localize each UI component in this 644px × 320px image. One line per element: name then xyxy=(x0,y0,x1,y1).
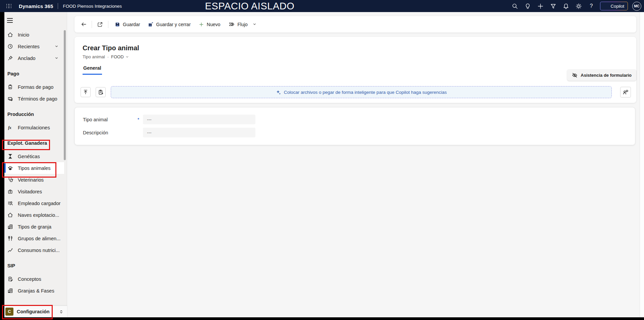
site-map-sidebar: Inicio Recientes Anclado Pago Formas de … xyxy=(4,12,67,317)
sidebar-item-consumos-nutricionales[interactable]: Consumos nutrici... xyxy=(4,244,64,256)
filter-icon[interactable] xyxy=(547,0,559,12)
upload-file-button[interactable] xyxy=(81,87,91,97)
sidebar-item-veterinarios[interactable]: Veterinarios xyxy=(4,174,64,186)
main-content-area: Guardar Guardar y cerrar Nuevo Flujo Cre… xyxy=(67,12,640,317)
copilot-dropzone[interactable]: Colocar archivos o pegar de forma inteli… xyxy=(111,86,612,98)
copilot-button-label: Copilot xyxy=(611,4,624,9)
area-badge: C xyxy=(5,308,13,316)
document-edit-icon xyxy=(7,276,13,282)
sidebar-item-anclado[interactable]: Anclado xyxy=(4,52,64,64)
sidebar-scrollbar-thumb[interactable] xyxy=(64,30,66,160)
area-switcher-configuracion[interactable]: C Configuración xyxy=(4,306,67,317)
sidebar-item-granjas-fases[interactable]: Granjas & Fases xyxy=(4,285,64,297)
section-header-pago: Pago xyxy=(4,69,64,78)
general-section-card: Tipo animal * --- Descripción --- xyxy=(75,107,635,145)
copilot-dropzone-message: Colocar archivos o pegar de forma inteli… xyxy=(284,90,447,95)
tab-general[interactable]: General xyxy=(83,65,102,75)
breadcrumb-dot: · xyxy=(107,54,109,59)
field-label: Tipo animal xyxy=(83,117,138,122)
quick-create-plus-icon[interactable] xyxy=(534,0,547,12)
lightbulb-icon[interactable] xyxy=(522,0,534,12)
open-in-new-window-button[interactable] xyxy=(94,19,106,30)
paw-icon xyxy=(7,165,13,171)
topbar-divider xyxy=(58,3,58,9)
clock-icon xyxy=(7,44,13,49)
back-button[interactable] xyxy=(78,19,89,30)
help-icon[interactable]: ? xyxy=(585,0,598,12)
sidebar-item-naves-explotacion[interactable]: Naves explotacio... xyxy=(4,209,64,221)
form-assist-toggle[interactable]: Asistencia de formulario xyxy=(567,69,636,81)
descripcion-input[interactable]: --- xyxy=(143,128,255,137)
stethoscope-icon xyxy=(7,177,13,183)
sidebar-item-formulaciones[interactable]: Formulaciones xyxy=(4,122,64,133)
settings-gear-icon[interactable] xyxy=(573,0,585,12)
cutlery-icon xyxy=(7,236,13,241)
section-header-sip: SIP xyxy=(4,261,64,270)
save-button[interactable]: Guardar xyxy=(111,19,144,30)
clipboard-icon xyxy=(7,84,13,90)
app-launcher-waffle-icon[interactable] xyxy=(4,1,14,11)
main-scrollbar-track[interactable] xyxy=(640,12,644,317)
notifications-bell-icon[interactable] xyxy=(560,0,572,12)
new-button[interactable]: Nuevo xyxy=(195,19,224,30)
upload-icon xyxy=(83,89,89,95)
sidebar-item-geneticas[interactable]: Genéticas xyxy=(4,150,64,162)
sidebar-item-conceptos[interactable]: Conceptos xyxy=(4,273,64,285)
save-and-close-button[interactable]: Guardar y cerrar xyxy=(144,19,195,30)
plus-icon xyxy=(199,22,204,27)
save-close-icon xyxy=(148,22,153,27)
record-breadcrumb: Tipo animal · FOOD xyxy=(83,54,636,59)
chevron-down-icon[interactable] xyxy=(54,56,59,60)
buildings-icon xyxy=(7,224,13,230)
person-list-icon xyxy=(7,200,13,206)
required-asterisk: * xyxy=(138,117,143,122)
payment-terms-icon xyxy=(7,96,13,102)
command-bar: Guardar Guardar y cerrar Nuevo Flujo xyxy=(75,16,636,33)
environment-name[interactable]: FOOD Piensos Integraciones xyxy=(63,4,122,9)
copilot-logo-icon xyxy=(603,3,608,9)
sidebar-item-empleado-cargador[interactable]: Empleado cargador xyxy=(4,197,64,209)
record-set-selector[interactable]: FOOD xyxy=(111,54,129,59)
sidebar-item-grupos-de-alimentacion[interactable]: Grupos de alimen... xyxy=(4,233,64,244)
collapse-sidebar-hamburger-icon[interactable] xyxy=(7,17,16,24)
bottom-frame-strip xyxy=(0,317,644,320)
smart-paste-button[interactable] xyxy=(96,87,106,97)
chevron-down-icon[interactable] xyxy=(54,44,59,49)
trend-chart-icon xyxy=(7,247,13,253)
sidebar-item-inicio[interactable]: Inicio xyxy=(4,29,64,41)
field-row-tipo-animal: Tipo animal * --- xyxy=(83,115,635,124)
medical-bag-icon xyxy=(7,189,13,194)
flow-icon xyxy=(229,21,235,27)
sidebar-item-formas-de-pago[interactable]: Formas de pago xyxy=(4,81,64,93)
flow-dropdown-button[interactable]: Flujo xyxy=(225,19,261,30)
pin-icon xyxy=(7,55,13,61)
collaboration-button[interactable] xyxy=(620,87,631,98)
hourglass-icon xyxy=(7,153,13,159)
chevron-down-icon xyxy=(252,22,257,26)
sidebar-item-recientes[interactable]: Recientes xyxy=(4,41,64,52)
sidebar-item-tipos-de-granja[interactable]: Tipos de granja xyxy=(4,221,64,233)
home-icon xyxy=(7,212,13,218)
top-navigation-bar: Dynamics 365 FOOD Piensos Integraciones … xyxy=(0,0,644,12)
chevron-down-icon xyxy=(125,55,129,59)
command-divider xyxy=(92,21,92,28)
section-header-produccion: Producción xyxy=(4,110,64,119)
fx-icon xyxy=(7,125,13,130)
back-arrow-icon xyxy=(81,21,87,27)
sidebar-item-visitadores[interactable]: Visitadores xyxy=(4,186,64,197)
area-switcher-updown-icon[interactable] xyxy=(59,309,64,314)
tipo-animal-input[interactable]: --- xyxy=(143,115,255,124)
form-header-card: Crear Tipo animal Tipo animal · FOOD Gen… xyxy=(75,37,636,103)
search-icon[interactable] xyxy=(509,0,521,12)
sidebar-item-tipos-animales[interactable]: Tipos animales xyxy=(4,162,64,174)
popout-icon xyxy=(97,21,103,27)
user-avatar[interactable]: MC xyxy=(632,2,641,11)
copilot-button[interactable]: Copilot xyxy=(600,2,628,10)
form-tab-strip: General xyxy=(83,65,636,75)
sparkle-icon xyxy=(276,90,281,95)
sidebar-item-terminos-de-pago[interactable]: Términos de pago xyxy=(4,93,64,105)
eye-off-icon xyxy=(572,72,578,78)
save-icon xyxy=(115,22,120,27)
person-chat-icon xyxy=(623,89,629,95)
app-title[interactable]: Dynamics 365 xyxy=(19,3,53,9)
